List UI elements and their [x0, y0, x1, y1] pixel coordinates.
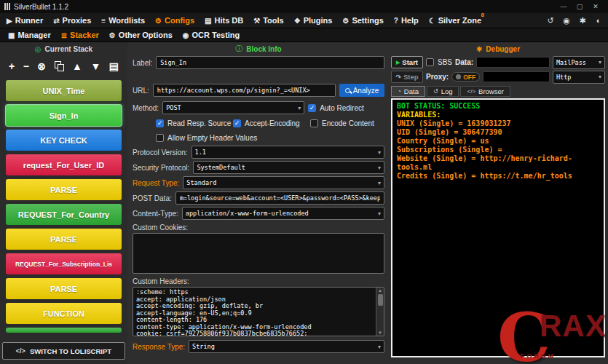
menu-plugins[interactable]: ❖ Plugins [289, 13, 338, 28]
proxy-type-value: Http [556, 74, 596, 81]
scroll-up-icon[interactable]: ▲ [378, 288, 382, 293]
auto-redirect-label: Auto Redirect [320, 104, 364, 112]
accept-encoding-checkbox[interactable]: Accept-Encoding [233, 119, 310, 127]
headers-scrollbar[interactable]: ▲ ▼ [376, 288, 384, 336]
move-up-button[interactable]: ▲ [72, 58, 82, 74]
tab-data[interactable]: ◔ Data [391, 86, 425, 97]
response-type-select[interactable]: String ▾ [189, 340, 384, 353]
url-input[interactable] [153, 84, 336, 97]
tab-stacker[interactable]: ≣ Stacker [56, 28, 104, 41]
menu-configs[interactable]: ⚙ Configs [150, 13, 200, 28]
stack-block[interactable]: FUNCTION [6, 303, 122, 324]
proxy-type-select[interactable]: Http ▾ [553, 71, 605, 84]
post-data-input[interactable] [175, 191, 384, 205]
custom-headers-caption: Custom Headers: [133, 277, 189, 285]
security-protocol-select[interactable]: SystemDefault ▾ [193, 161, 384, 174]
block-info-panel: ⓘ Block Info Label: URL: Analyze Method:… [130, 42, 387, 364]
custom-cookies-textarea[interactable] [133, 233, 384, 274]
menu-hits-db[interactable]: ▤ Hits DB [200, 13, 248, 28]
clear-stack-button[interactable]: ⊗ [37, 58, 46, 74]
step-button[interactable]: ↷ Step [391, 71, 423, 83]
stack-block[interactable]: PARSE [6, 179, 122, 200]
menu-runner[interactable]: ▶ Runner [1, 13, 48, 28]
gear-icon: ⚙ [155, 17, 162, 25]
menu-runner-label: Runner [15, 16, 44, 25]
tab-manager[interactable]: ▦ Manager [3, 28, 56, 41]
custom-headers-textarea[interactable]: :scheme: https accept: application/json … [133, 287, 384, 336]
allow-empty-headers-checkbox[interactable]: Allow Empty Header Values [156, 134, 257, 142]
add-block-button[interactable]: + [9, 58, 15, 74]
scroll-down-icon[interactable]: ▼ [378, 330, 382, 336]
accept-encoding-label: Accept-Encoding [245, 119, 300, 127]
bug-report-icon[interactable]: ✱ [575, 16, 591, 25]
content-type-select[interactable]: application/x-www-form-urlencoded ▾ [182, 207, 384, 220]
block-info-title: Block Info [246, 45, 281, 53]
save-config-button[interactable]: ▤ [109, 58, 119, 74]
tab-ocr-testing[interactable]: ◉ OCR Testing [178, 28, 245, 41]
remove-block-button[interactable]: − [23, 58, 29, 74]
manager-icon: ▦ [8, 31, 15, 39]
log-line: UID (Single) = 306477390 [397, 128, 599, 137]
menu-proxies-label: Proxies [63, 16, 92, 25]
read-resp-source-checkbox[interactable]: Read Resp. Source [156, 119, 233, 127]
maximize-button[interactable]: ▢ [572, 0, 588, 13]
start-button[interactable]: ▶ Start [391, 56, 423, 68]
close-button[interactable]: ✕ [588, 0, 604, 13]
history-icon[interactable]: ↺ [542, 16, 558, 25]
switch-to-loliscript-button[interactable]: </> SWITCH TO LOLISCRIPT [2, 342, 125, 360]
method-select[interactable]: POST ▾ [162, 101, 304, 114]
menu-settings[interactable]: ⚙ Settings [337, 13, 388, 28]
theme-icon[interactable]: ◐ [591, 16, 607, 25]
menu-tools[interactable]: ⚒ Tools [248, 13, 288, 28]
debugger-log[interactable]: BOT STATUS: SUCCESS VARIABLES: UNIX (Sin… [391, 98, 605, 357]
wordlist-type-value: MailPass [556, 59, 596, 66]
stack-block[interactable]: REQUEST_For_Country [6, 204, 122, 225]
stacker-icon: ≣ [61, 31, 67, 39]
stack-block[interactable]: UNIX_Time [6, 80, 122, 101]
minimize-button[interactable]: — [556, 0, 572, 13]
silver-zone-badge: 8 [481, 12, 484, 18]
label-input[interactable] [156, 56, 384, 69]
tools-icon: ⚒ [253, 17, 260, 25]
request-type-caption: Request Type: [133, 179, 179, 187]
log-line: UNIX (Single) = 1639031237 [397, 119, 599, 128]
stack-block[interactable] [6, 328, 122, 333]
tab-log[interactable]: ↺ Log [427, 86, 459, 97]
clone-block-button[interactable] [55, 61, 64, 71]
wordlist-type-select[interactable]: MailPass ▾ [553, 56, 605, 69]
menu-plugins-label: Plugins [304, 16, 333, 25]
data-input-redacted[interactable] [476, 57, 550, 68]
titlebar: SilverBullet 1.1.2 — ▢ ✕ [0, 0, 608, 13]
stack-block[interactable]: PARSE [6, 229, 122, 250]
auto-redirect-checkbox[interactable]: Auto Redirect [308, 104, 364, 112]
stack-block[interactable]: Sign_In [6, 105, 122, 126]
wordlists-icon: ≡ [101, 17, 106, 25]
help-icon: ? [394, 17, 398, 25]
move-down-button[interactable]: ▼ [90, 58, 100, 74]
encode-content-checkbox[interactable]: Encode Content [310, 119, 374, 127]
code-icon: </> [16, 347, 25, 355]
menu-help[interactable]: ? Help [389, 13, 424, 28]
stack-block[interactable]: PARSE [6, 278, 122, 299]
stack-block[interactable]: REQUEST_For_Subscription_Lis [6, 253, 122, 274]
tab-other-options[interactable]: ⚙ Other Options [104, 28, 178, 41]
proxy-toggle[interactable]: OFF [451, 72, 480, 82]
data-caption: Data: [455, 58, 473, 66]
chevron-down-icon: ▾ [378, 210, 381, 217]
proxies-icon: ⇄ [53, 17, 59, 25]
tab-browser[interactable]: </> Browser [460, 86, 510, 97]
protocol-version-select[interactable]: 1.1 ▾ [192, 146, 384, 159]
menu-proxies[interactable]: ⇄ Proxies [48, 13, 96, 28]
proxy-input-redacted[interactable] [483, 71, 550, 82]
plugins-icon: ❖ [294, 17, 301, 25]
sbs-checkbox[interactable]: SBS [426, 58, 452, 66]
stack-block[interactable]: KEY CHECK [6, 130, 122, 151]
menu-wordlists[interactable]: ≡ Wordlists [96, 13, 150, 28]
screenshot-icon[interactable]: ◉ [558, 16, 575, 25]
request-type-select[interactable]: Standard ▾ [183, 176, 384, 189]
scrollbar-thumb[interactable] [378, 294, 383, 306]
analyze-button[interactable]: Analyze [339, 84, 384, 97]
stack-block[interactable]: request_For_User_ID [6, 154, 122, 175]
menu-silver-zone[interactable]: ☾ Silver Zone 8 [424, 13, 486, 28]
settings-gear-icon: ⚙ [342, 17, 349, 25]
